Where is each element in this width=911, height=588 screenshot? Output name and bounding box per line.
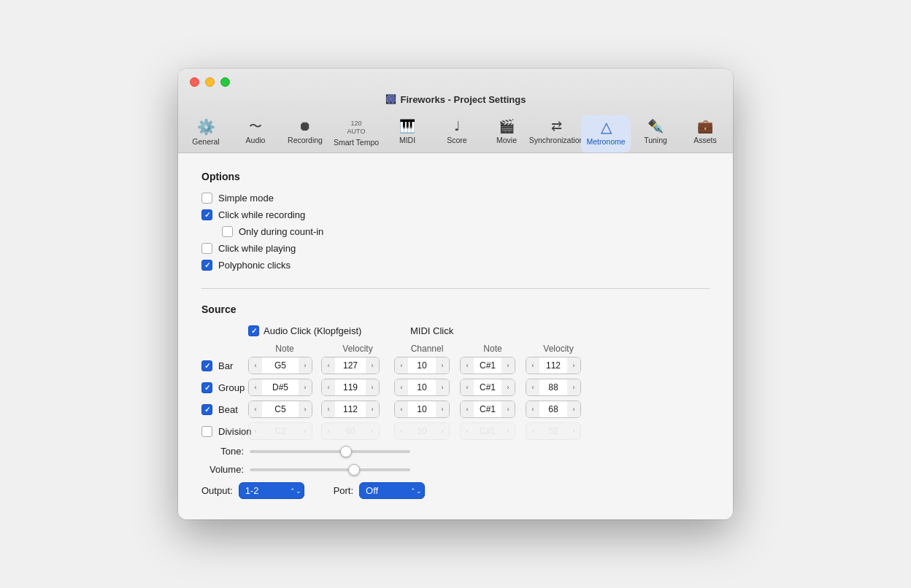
group-midi-note-up[interactable]: › [501,379,515,396]
group-audio-note-stepper[interactable]: ‹ D#5 › [248,379,321,396]
audio-click-header: Audio Click (Klopfgeist) [248,325,401,336]
click-while-playing-checkbox[interactable] [201,243,212,254]
group-midi-vel-down[interactable]: ‹ [526,379,539,396]
beat-midi-note-down[interactable]: ‹ [461,401,474,418]
audio-click-checkbox[interactable] [248,325,259,336]
output-select[interactable]: 1-2 [239,482,304,499]
group-label: Group [218,382,245,393]
beat-audio-note-down[interactable]: ‹ [249,401,262,418]
tab-assets-label: Assets [693,136,717,144]
general-icon: ⚙️ [197,120,215,134]
simple-mode-label: Simple mode [218,193,274,204]
group-midi-note-stepper[interactable]: ‹ C#1 › [460,379,526,396]
source-title: Source [201,303,710,315]
tone-slider-track[interactable] [250,450,410,453]
only-during-count-in-checkbox[interactable] [222,226,233,237]
volume-slider-thumb[interactable] [348,464,360,476]
tab-metronome-label: Metronome [586,137,625,146]
output-select-wrapper[interactable]: 1-2 [239,482,304,499]
bar-midi-note-down[interactable]: ‹ [461,357,474,374]
division-midi-vel-stepper: ‹ 52 › [526,422,591,440]
beat-midi-ch-up[interactable]: › [436,401,449,418]
bar-midi-ch-stepper[interactable]: ‹ 10 › [394,357,460,374]
group-midi-ch-up[interactable]: › [436,379,449,396]
bar-midi-note-stepper[interactable]: ‹ C#1 › [460,357,526,374]
group-audio-note-down[interactable]: ‹ [249,379,262,396]
beat-midi-ch-down[interactable]: ‹ [395,401,408,418]
group-midi-vel-up[interactable]: › [567,379,580,396]
group-audio-note-up[interactable]: › [299,379,312,396]
simple-mode-checkbox[interactable] [201,193,212,204]
beat-midi-vel-up[interactable]: › [567,401,580,418]
row-label-cell-group: Group [201,382,248,393]
close-button[interactable] [190,77,199,87]
beat-audio-note-val: C5 [262,404,299,414]
group-midi-ch-stepper[interactable]: ‹ 10 › [394,379,460,396]
tab-smart-tempo[interactable]: 120AUTO Smart Tempo [330,115,383,153]
beat-midi-ch-stepper[interactable]: ‹ 10 › [394,401,460,418]
bar-midi-vel-down[interactable]: ‹ [526,357,539,374]
tab-movie[interactable]: 🎬 Movie [482,115,531,153]
beat-audio-note-up[interactable]: › [299,401,312,418]
division-checkbox[interactable] [201,426,212,437]
bar-audio-vel-up[interactable]: › [366,357,379,374]
bar-audio-vel-stepper[interactable]: ‹ 127 › [321,357,394,374]
bar-midi-ch-up[interactable]: › [436,357,449,374]
group-midi-ch-down[interactable]: ‹ [395,379,408,396]
bar-audio-vel-down[interactable]: ‹ [322,357,335,374]
volume-slider-track[interactable] [250,468,410,471]
score-icon: ♩ [454,120,460,133]
audio-icon: 〜 [249,120,262,133]
port-select[interactable]: Off [359,482,425,499]
beat-audio-vel-down[interactable]: ‹ [322,401,335,418]
division-midi-note-down: ‹ [461,422,474,440]
bar-midi-ch-down[interactable]: ‹ [395,357,408,374]
tab-recording[interactable]: ⏺ Recording [280,115,330,153]
section-divider [201,288,710,289]
beat-midi-note-up[interactable]: › [501,401,515,418]
bar-midi-note-up[interactable]: › [501,357,515,374]
bar-audio-note-stepper[interactable]: ‹ G5 › [248,357,321,374]
bar-midi-vel-up[interactable]: › [567,357,580,374]
maximize-button[interactable] [220,77,230,87]
bar-audio-note-down[interactable]: ‹ [249,357,262,374]
tab-audio[interactable]: 〜 Audio [231,115,280,153]
beat-audio-vel-stepper[interactable]: ‹ 112 › [321,401,394,418]
group-checkbox[interactable] [201,382,212,393]
beat-audio-note-stepper[interactable]: ‹ C5 › [248,401,321,418]
group-audio-vel-stepper[interactable]: ‹ 119 › [321,379,394,396]
group-audio-vel-down[interactable]: ‹ [322,379,335,396]
tab-tuning[interactable]: ✒️ Tuning [631,115,680,153]
beat-midi-vel-down[interactable]: ‹ [526,401,539,418]
click-while-recording-checkbox[interactable] [201,209,212,220]
group-midi-note-down[interactable]: ‹ [461,379,474,396]
tab-metronome[interactable]: △ Metronome [581,115,631,153]
beat-midi-vel-stepper[interactable]: ‹ 68 › [526,401,591,418]
bar-checkbox[interactable] [201,360,212,371]
port-select-wrapper[interactable]: Off [359,482,425,499]
group-midi-vel-stepper[interactable]: ‹ 88 › [526,379,591,396]
main-content: Options Simple mode Click while recordin… [178,153,733,519]
tab-assets[interactable]: 💼 Assets [680,115,730,153]
bar-audio-note-up[interactable]: › [299,357,312,374]
minimize-button[interactable] [205,77,215,87]
group-audio-vel-up[interactable]: › [366,379,379,396]
tab-score[interactable]: ♩ Score [432,115,482,153]
toolbar: ⚙️ General 〜 Audio ⏺ Recording 120AUTO S… [190,111,721,153]
division-midi-ch-down: ‹ [395,422,408,440]
tone-slider-thumb[interactable] [340,446,352,457]
division-midi-note-stepper: ‹ C#1 › [460,422,526,440]
midi-click-label: MIDI Click [410,325,453,336]
beat-checkbox[interactable] [201,404,212,415]
recording-icon: ⏺ [299,120,312,133]
beat-midi-vel-val: 68 [539,404,567,414]
beat-midi-ch-val: 10 [408,404,436,414]
bar-midi-vel-stepper[interactable]: ‹ 112 › [526,357,591,374]
beat-midi-note-stepper[interactable]: ‹ C#1 › [460,401,526,418]
tab-midi[interactable]: 🎹 MIDI [383,115,432,153]
division-audio-vel-stepper: ‹ 60 › [321,422,394,440]
beat-audio-vel-up[interactable]: › [366,401,379,418]
polyphonic-clicks-checkbox[interactable] [201,260,212,271]
tab-general[interactable]: ⚙️ General [181,115,231,153]
tab-synchronization[interactable]: ⇄ Synchronization [531,115,581,153]
